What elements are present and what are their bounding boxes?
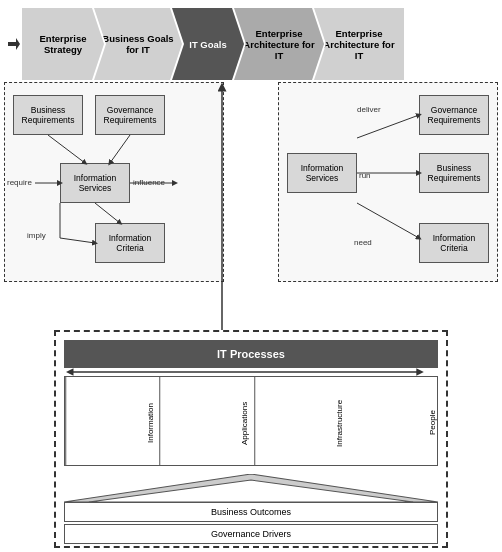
need-label: need xyxy=(354,238,372,247)
bottom-panel: IT Processes Information Applications xyxy=(54,330,448,548)
tab-ea-for-it-label: Enterprise Architecture for IT xyxy=(242,28,316,61)
top-tab-bar: Enterprise Strategy Business Goals for I… xyxy=(0,0,502,80)
tab-business-goals[interactable]: Business Goals for IT xyxy=(94,8,182,80)
svg-line-9 xyxy=(357,115,419,138)
svg-line-1 xyxy=(48,135,85,163)
tab-it-goals-label: IT Goals xyxy=(189,39,226,50)
info-services-right: Information Services xyxy=(287,153,357,193)
deliver-label: deliver xyxy=(357,105,381,114)
info-services-left: Information Services xyxy=(60,163,130,203)
run-label: run xyxy=(359,171,371,180)
require-label: require xyxy=(7,178,32,187)
col-infrastructure: Infrastructure xyxy=(254,377,344,465)
bottom-columns: Information Applications Infrastructure … xyxy=(64,376,438,466)
it-processes-bar: IT Processes xyxy=(64,340,438,368)
bus-req-left: Business Requirements xyxy=(13,95,83,135)
bottom-arrows xyxy=(64,368,438,376)
info-criteria-right: Information Criteria xyxy=(419,223,489,263)
col-information: Information xyxy=(65,377,155,465)
svg-marker-0 xyxy=(8,38,20,50)
bus-req-right: Business Requirements xyxy=(419,153,489,193)
business-outcomes-box: Business Outcomes xyxy=(64,502,438,522)
tab-enterprise-strategy[interactable]: Enterprise Strategy xyxy=(22,8,104,80)
tab-ea-label: Enterprise Architecture for IT xyxy=(322,28,396,61)
col-people: People xyxy=(348,377,437,465)
imply-label: imply xyxy=(27,231,46,240)
main-content: Business Requirements Governance Require… xyxy=(4,82,498,548)
info-criteria-left: Information Criteria xyxy=(95,223,165,263)
right-panel: Information Services Governance Requirem… xyxy=(278,82,498,282)
influence-label: influence xyxy=(133,178,165,187)
left-panel: Business Requirements Governance Require… xyxy=(4,82,224,282)
gov-req-left: Governance Requirements xyxy=(95,95,165,135)
svg-line-4 xyxy=(95,203,120,223)
tab-ea-for-it[interactable]: Enterprise Architecture for IT xyxy=(234,8,324,80)
it-processes-label: IT Processes xyxy=(217,348,285,360)
svg-line-2 xyxy=(110,135,130,163)
tab-ea[interactable]: Enterprise Architecture for IT xyxy=(314,8,404,80)
tab-it-goals[interactable]: IT Goals xyxy=(172,8,244,80)
svg-line-11 xyxy=(357,203,419,238)
tab-enterprise-strategy-label: Enterprise Strategy xyxy=(30,33,96,55)
svg-line-6 xyxy=(60,238,95,243)
pyramid-shape xyxy=(64,474,438,494)
gov-req-right: Governance Requirements xyxy=(419,95,489,135)
col-applications: Applications xyxy=(159,377,249,465)
tab-business-goals-label: Business Goals for IT xyxy=(102,33,174,55)
governance-drivers-box: Governance Drivers xyxy=(64,524,438,544)
